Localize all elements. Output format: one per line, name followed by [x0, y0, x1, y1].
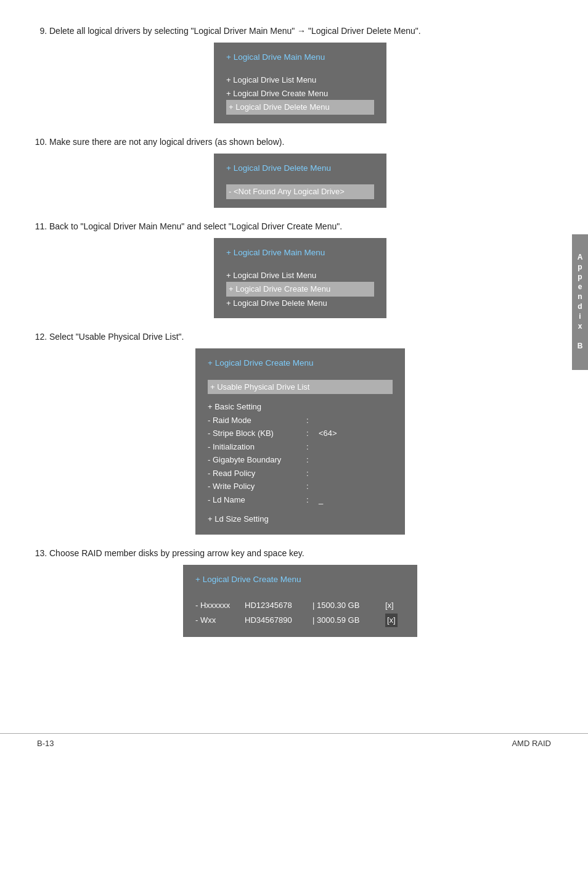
setting-label-5: - Write Policy [208, 480, 306, 493]
step-13: Choose RAID member disks by pressing arr… [49, 547, 551, 637]
footer: B-13 AMD RAID [0, 733, 588, 748]
menu-item-step9-0: + Logical Drive List Menu [226, 73, 374, 87]
setting-label-3: - Gigabyte Boundary [208, 454, 306, 466]
setting-colon-1: : [306, 427, 319, 440]
drive-row-1: - Wxx HD34567890 | 3000.59 GB [x] [195, 612, 405, 628]
setting-label-6: - Ld Name [208, 494, 306, 506]
setting-label-0: - Raid Mode [208, 414, 306, 427]
setting-colon-6: : [306, 494, 319, 506]
step-13-text: Choose RAID member disks by pressing arr… [49, 548, 304, 558]
setting-colon-5: : [306, 480, 319, 493]
step-11-text: Back to "Logical Driver Main Menu" and s… [49, 221, 342, 231]
footer-right: AMD RAID [512, 739, 551, 748]
menu-item-step9-2-highlighted: + Logical Drive Delete Menu [226, 100, 374, 115]
drive-id-1: HD34567890 [245, 614, 312, 626]
setting-label-1: - Stripe Block (KB) [208, 427, 306, 440]
step-12: Select "Usable Physical Drive List". + L… [49, 331, 551, 534]
menu-title-step12: + Logical Drive Create Menu [208, 357, 393, 369]
drive-row-0: - Hxxxxxx HD12345678 | 1500.30 GB [x] [195, 598, 405, 613]
menu-title-step13: + Logical Drive Create Menu [195, 573, 405, 586]
setting-label-4: - Read Policy [208, 467, 306, 480]
setting-row-4: - Read Policy : [208, 467, 393, 480]
menu-title-step10: + Logical Drive Delete Menu [226, 162, 374, 175]
menu-title-step11: + Logical Drive Main Menu [226, 247, 374, 259]
menu-box-step13: + Logical Drive Create Menu - Hxxxxxx HD… [183, 565, 417, 637]
setting-label-2: - Initialization [208, 441, 306, 453]
menu-item-step10-0: - <Not Found Any Logical Drive> [226, 184, 374, 199]
menu-title-step9: + Logical Drive Main Menu [226, 51, 374, 64]
drive-selected-1: [x] [385, 614, 398, 627]
step-9: Delete all logical drivers by selecting … [49, 25, 551, 123]
ld-size-setting: + Ld Size Setting [208, 512, 393, 526]
setting-row-5: - Write Policy : [208, 480, 393, 493]
menu-item-step11-1-highlighted: + Logical Drive Create Menu [226, 282, 374, 297]
menu-box-step12: + Logical Drive Create Menu + Usable Phy… [195, 348, 405, 534]
step-10-text: Make sure there are not any logical driv… [49, 137, 284, 147]
setting-row-3: - Gigabyte Boundary : [208, 453, 393, 467]
setting-row-2: - Initialization : [208, 440, 393, 454]
appendix-tab: Appendix B [572, 234, 588, 370]
drive-id-0: HD12345678 [245, 599, 312, 612]
drive-prefix-0: - Hxxxxxx [195, 599, 245, 612]
step-11: Back to "Logical Driver Main Menu" and s… [49, 220, 551, 319]
menu-item-step11-0: + Logical Drive List Menu [226, 269, 374, 282]
setting-value-6: _ [319, 494, 323, 506]
menu-item-step9-1: + Logical Drive Create Menu [226, 87, 374, 101]
menu-item-usable-physical: + Usable Physical Drive List [208, 380, 393, 395]
drive-size-0: | 1500.30 GB [312, 599, 380, 612]
setting-value-1: <64> [319, 427, 337, 440]
setting-colon-4: : [306, 467, 319, 480]
basic-setting-label: + Basic Setting [208, 400, 393, 414]
setting-row-0: - Raid Mode : [208, 414, 393, 427]
setting-colon-0: : [306, 414, 319, 427]
step-12-text: Select "Usable Physical Drive List". [49, 332, 184, 342]
menu-box-step11: + Logical Drive Main Menu + Logical Driv… [214, 238, 386, 319]
drive-prefix-1: - Wxx [195, 614, 245, 626]
setting-row-1: - Stripe Block (KB) : <64> [208, 427, 393, 440]
drive-selected-0: [x] [385, 599, 394, 612]
setting-colon-2: : [306, 441, 319, 453]
drive-size-1: | 3000.59 GB [312, 614, 380, 626]
setting-row-6: - Ld Name : _ [208, 493, 393, 507]
step-9-text: Delete all logical drivers by selecting … [49, 26, 421, 36]
menu-item-step11-2: + Logical Drive Delete Menu [226, 297, 374, 310]
setting-colon-3: : [306, 454, 319, 466]
step-10: Make sure there are not any logical driv… [49, 136, 551, 208]
menu-box-step10: + Logical Drive Delete Menu - <Not Found… [214, 154, 386, 208]
footer-left: B-13 [37, 739, 54, 748]
menu-box-step9: + Logical Drive Main Menu + Logical Driv… [214, 43, 386, 123]
